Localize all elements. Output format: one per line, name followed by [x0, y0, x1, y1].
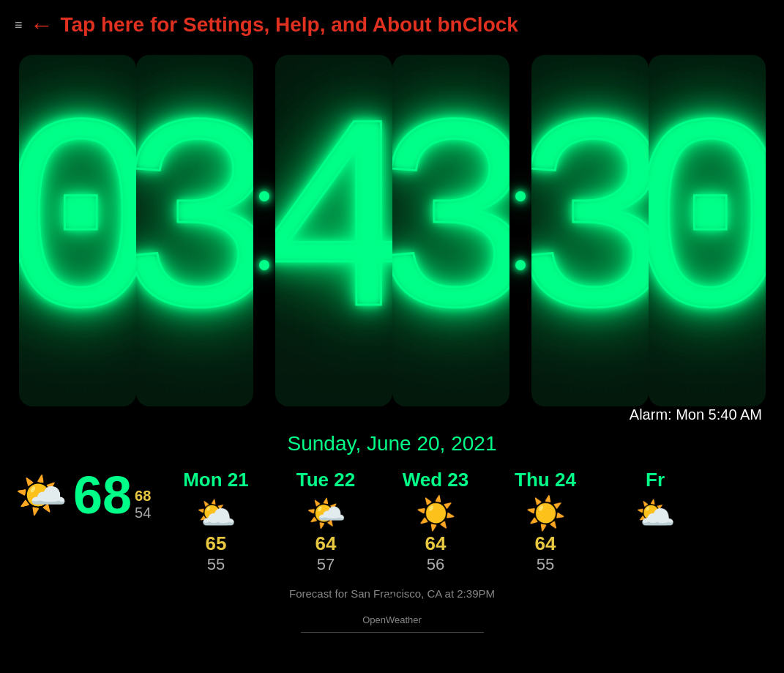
today-main-temp: 68 [73, 469, 132, 521]
forecast-day-name-3: Thu 24 [515, 469, 576, 491]
forecast-hi-0: 65 [206, 532, 227, 555]
forecast-day-4: Fr ⛅ [600, 469, 710, 532]
weather-section: 🌤️ 68 68 54 Mon 21 ⛅ 65 55 Tue 22 🌤️ 64 … [0, 469, 784, 574]
digit-4: 3 [531, 55, 649, 406]
forecast-icon-0: ⛅ [196, 497, 236, 529]
forecast-day-name-1: Tue 22 [296, 469, 355, 491]
colon-1 [253, 55, 275, 406]
colon-dot-top-2 [515, 191, 526, 201]
today-hi-lo: 68 54 [135, 488, 151, 521]
forecast-icon-4: ⛅ [635, 497, 676, 529]
digit-char-0: 0 [19, 92, 136, 370]
digit-char-4: 3 [531, 92, 649, 370]
digit-char-1: 3 [136, 92, 253, 370]
colon-dot-bottom-2 [515, 260, 526, 270]
forecast-day-1: Tue 22 🌤️ 64 57 [271, 469, 381, 574]
colon-2 [509, 55, 531, 406]
digit-char-5: 0 [649, 92, 766, 370]
forecast-hi-1: 64 [316, 532, 337, 555]
openweather-text: OpenWeather [362, 614, 422, 625]
digit-3: 3 [392, 55, 509, 406]
forecast-day-name-2: Wed 23 [403, 469, 469, 491]
openweather-logo: 🌤 OpenWeather [362, 592, 422, 625]
digit-5: 0 [649, 55, 766, 406]
forecast-day-0: Mon 21 ⛅ 65 55 [161, 469, 271, 574]
digit-0: 0 [19, 55, 136, 406]
today-hi: 68 [135, 488, 151, 505]
colon-dot-bottom-1 [259, 260, 269, 270]
menu-icon[interactable]: ≡ [15, 18, 23, 31]
settings-text: Tap here for Settings, Help, and About b… [61, 13, 518, 37]
alarm-text: Alarm: Mon 5:40 AM [630, 406, 762, 423]
forecast-lo-3: 55 [537, 555, 554, 574]
forecast-icon-2: ☀️ [416, 497, 456, 529]
forecast-icon-3: ☀️ [526, 497, 566, 529]
forecast-lo-0: 55 [207, 555, 225, 574]
digit-1: 3 [136, 55, 253, 406]
colon-dot-top-1 [259, 191, 269, 201]
settings-bar[interactable]: ≡ ← Tap here for Settings, Help, and Abo… [0, 0, 784, 50]
arrow-icon: ← [30, 13, 53, 37]
openweather-logo-icon: 🌤 [383, 592, 400, 613]
forecast-hi-2: 64 [425, 532, 447, 555]
forecast-day-name-0: Mon 21 [183, 469, 249, 491]
forecast-day-3: Thu 24 ☀️ 64 55 [490, 469, 600, 574]
clock-container: 0 3 4 3 3 0 [19, 51, 766, 410]
date-text: Sunday, June 20, 2021 [288, 432, 497, 456]
forecast-day-2: Wed 23 ☀️ 64 56 [381, 469, 490, 574]
digit-char-3: 3 [392, 92, 509, 370]
forecast-hi-3: 64 [535, 532, 556, 555]
forecast-lo-2: 56 [427, 555, 444, 574]
digit-char-2: 4 [275, 92, 392, 370]
today-weather-icon: 🌤️ [15, 474, 67, 516]
today-lo: 54 [135, 505, 151, 521]
forecast-day-name-4: Fr [646, 469, 665, 491]
today-weather: 🌤️ 68 68 54 [15, 469, 161, 521]
digit-2: 4 [275, 55, 392, 406]
openweather-divider [301, 632, 484, 633]
forecast-icon-1: 🌤️ [306, 497, 346, 529]
today-temp-row: 68 68 54 [73, 469, 151, 521]
forecast-lo-1: 57 [317, 555, 335, 574]
